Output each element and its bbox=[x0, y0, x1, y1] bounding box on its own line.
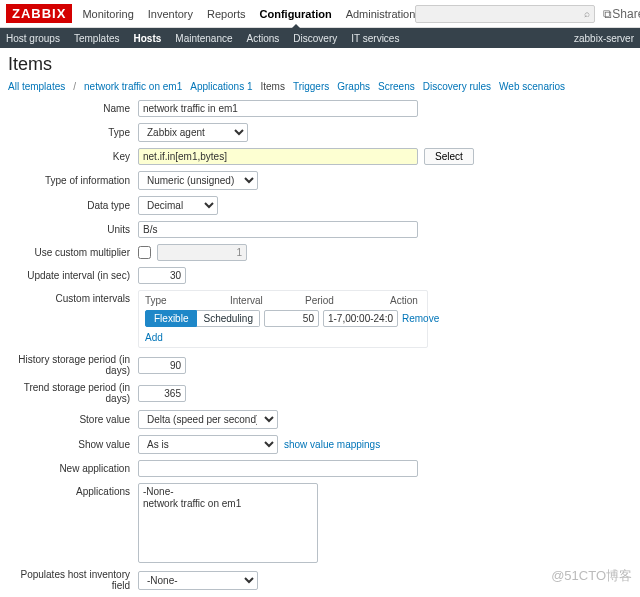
share-link[interactable]: ⧉Share bbox=[603, 7, 640, 21]
ci-scheduling-button[interactable]: Scheduling bbox=[197, 310, 259, 327]
top-menu: Monitoring Inventory Reports Configurati… bbox=[82, 8, 415, 20]
new-application-field[interactable] bbox=[138, 460, 418, 477]
search-input[interactable]: ⌕ bbox=[415, 5, 595, 23]
store-value-select[interactable]: Delta (speed per second) bbox=[138, 410, 278, 429]
sub-itservices[interactable]: IT services bbox=[351, 33, 399, 44]
label-hist: History storage period (in days) bbox=[8, 354, 138, 376]
ci-h-act: Action bbox=[390, 295, 418, 306]
zabbix-logo: ZABBIX bbox=[6, 4, 72, 23]
ci-remove-link[interactable]: Remove bbox=[402, 313, 439, 324]
nav-inventory[interactable]: Inventory bbox=[148, 8, 193, 20]
label-apps: Applications bbox=[8, 483, 138, 497]
ci-interval-field[interactable] bbox=[264, 310, 319, 327]
label-storev: Store value bbox=[8, 414, 138, 425]
applications-list[interactable]: -None- network traffic on em1 bbox=[138, 483, 318, 563]
nav-administration[interactable]: Administration bbox=[346, 8, 416, 20]
ci-flexible-button[interactable]: Flexible bbox=[145, 310, 197, 327]
tab-triggers[interactable]: Triggers bbox=[293, 81, 329, 92]
update-interval-field[interactable] bbox=[138, 267, 186, 284]
label-units: Units bbox=[8, 224, 138, 235]
crumb-template[interactable]: network traffic on em1 bbox=[84, 81, 182, 92]
mult-checkbox[interactable] bbox=[138, 246, 151, 259]
crumb-items: Items bbox=[261, 81, 285, 92]
label-mult: Use custom multiplier bbox=[8, 247, 138, 258]
host-context[interactable]: zabbix-server bbox=[574, 33, 634, 44]
label-upd: Update interval (in sec) bbox=[8, 270, 138, 281]
search-icon: ⌕ bbox=[584, 8, 590, 19]
label-trend: Trend storage period (in days) bbox=[8, 382, 138, 404]
label-dtype: Data type bbox=[8, 200, 138, 211]
sub-hosts[interactable]: Hosts bbox=[134, 33, 162, 44]
sub-hostgroups[interactable]: Host groups bbox=[6, 33, 60, 44]
page-title: Items bbox=[8, 54, 632, 75]
show-value-mappings-link[interactable]: show value mappings bbox=[284, 439, 380, 450]
crumb-applications[interactable]: Applications 1 bbox=[190, 81, 252, 92]
label-toi: Type of information bbox=[8, 175, 138, 186]
sub-actions[interactable]: Actions bbox=[247, 33, 280, 44]
breadcrumb: All templates/ network traffic on em1 Ap… bbox=[8, 81, 632, 92]
tab-screens[interactable]: Screens bbox=[378, 81, 415, 92]
toi-select[interactable]: Numeric (unsigned) bbox=[138, 171, 258, 190]
custom-intervals: Type Interval Period Action Flexible Sch… bbox=[138, 290, 428, 348]
label-showv: Show value bbox=[8, 439, 138, 450]
inventory-select[interactable]: -None- bbox=[138, 571, 258, 590]
key-field[interactable] bbox=[138, 148, 418, 165]
label-cint: Custom intervals bbox=[8, 290, 138, 304]
tab-discovery[interactable]: Discovery rules bbox=[423, 81, 491, 92]
trend-field[interactable] bbox=[138, 385, 186, 402]
nav-configuration[interactable]: Configuration bbox=[260, 8, 332, 20]
ci-h-type: Type bbox=[145, 295, 230, 306]
ci-period-field[interactable] bbox=[323, 310, 398, 327]
sub-templates[interactable]: Templates bbox=[74, 33, 120, 44]
label-inv: Populates host inventory field bbox=[8, 569, 138, 591]
label-key: Key bbox=[8, 151, 138, 162]
history-field[interactable] bbox=[138, 357, 186, 374]
tab-graphs[interactable]: Graphs bbox=[337, 81, 370, 92]
dtype-select[interactable]: Decimal bbox=[138, 196, 218, 215]
sub-discovery[interactable]: Discovery bbox=[293, 33, 337, 44]
mult-value bbox=[157, 244, 247, 261]
key-select-button[interactable]: Select bbox=[424, 148, 474, 165]
name-field[interactable] bbox=[138, 100, 418, 117]
label-newapp: New application bbox=[8, 463, 138, 474]
ci-h-per: Period bbox=[305, 295, 390, 306]
watermark: @51CTO博客 bbox=[551, 567, 632, 585]
label-type: Type bbox=[8, 127, 138, 138]
nav-monitoring[interactable]: Monitoring bbox=[82, 8, 133, 20]
ci-add-link[interactable]: Add bbox=[145, 332, 163, 343]
ci-h-int: Interval bbox=[230, 295, 305, 306]
show-value-select[interactable]: As is bbox=[138, 435, 278, 454]
units-field[interactable] bbox=[138, 221, 418, 238]
crumb-all[interactable]: All templates bbox=[8, 81, 65, 92]
nav-reports[interactable]: Reports bbox=[207, 8, 246, 20]
tab-web[interactable]: Web scenarios bbox=[499, 81, 565, 92]
sub-maintenance[interactable]: Maintenance bbox=[175, 33, 232, 44]
type-select[interactable]: Zabbix agent bbox=[138, 123, 248, 142]
label-name: Name bbox=[8, 103, 138, 114]
